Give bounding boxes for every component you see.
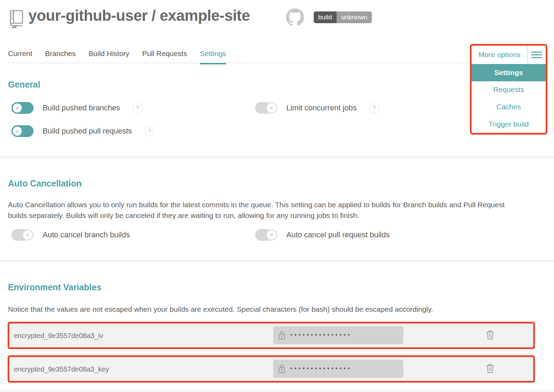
toggle-label: Auto cancel pull request builds <box>286 230 390 239</box>
help-icon[interactable]: ? <box>133 103 143 113</box>
auto-cancellation-description: Auto Cancellation allows you to only run… <box>8 199 510 221</box>
help-icon[interactable]: ? <box>369 103 379 113</box>
repository-book-icon <box>8 10 24 30</box>
masked-value: ••••••••••••••• <box>290 332 351 338</box>
env-var-row-iv: encrypted_9e3557de08a3_iv ••••••••••••••… <box>8 322 535 349</box>
lock-icon <box>278 364 286 374</box>
lock-icon <box>278 330 286 340</box>
badge-build-label: build <box>314 11 337 23</box>
build-pushed-pull-requests-toggle[interactable]: ✓ <box>11 125 34 137</box>
delete-env-var-button[interactable] <box>486 364 494 375</box>
limit-concurrent-jobs-row: ✕ Limit concurrent jobs ? <box>255 102 379 114</box>
auto-cancel-pull-request-builds-row: ✕ Auto cancel pull request builds <box>255 229 390 241</box>
tab-pull-requests[interactable]: Pull Requests <box>142 49 187 64</box>
env-var-name: encrypted_9e3557de08a3_key <box>14 365 109 373</box>
trash-icon <box>486 330 494 340</box>
auto-cancel-branch-builds-row: ✕ Auto cancel branch builds <box>11 229 130 241</box>
env-var-value-field[interactable]: ••••••••••••••• <box>273 326 403 344</box>
section-divider <box>0 156 554 158</box>
environment-variables-notice: Notice that the values are not escaped w… <box>8 304 527 314</box>
auto-cancel-pull-request-builds-toggle[interactable]: ✕ <box>255 229 277 241</box>
tab-settings[interactable]: Settings <box>200 49 226 64</box>
tab-branches[interactable]: Branches <box>45 49 76 64</box>
toggle-label: Build pushed branches <box>43 103 120 112</box>
menu-item-trigger-build[interactable]: Trigger build <box>472 116 546 133</box>
toggle-label: Auto cancel branch builds <box>43 230 130 239</box>
toggle-label: Limit concurrent jobs <box>286 103 357 112</box>
tab-current[interactable]: Current <box>8 49 32 64</box>
more-options-label[interactable]: More options <box>472 51 527 59</box>
menu-item-caches[interactable]: Caches <box>472 98 546 116</box>
hamburger-menu-icon[interactable] <box>528 52 546 58</box>
toggle-cross-icon: ✕ <box>266 230 277 240</box>
toggle-check-icon: ✓ <box>12 103 23 113</box>
auto-cancel-branch-builds-toggle[interactable]: ✕ <box>11 229 34 241</box>
toggle-cross-icon: ✕ <box>23 230 33 240</box>
next-row-edge <box>0 389 554 392</box>
general-heading: General <box>8 80 40 90</box>
menu-item-requests[interactable]: Requests <box>472 81 546 99</box>
repo-tabs: Current Branches Build History Pull Requ… <box>8 49 226 64</box>
delete-env-var-button[interactable] <box>486 330 494 341</box>
toggle-cross-icon: ✕ <box>266 103 277 113</box>
limit-concurrent-jobs-toggle[interactable]: ✕ <box>255 102 277 114</box>
tab-build-history[interactable]: Build History <box>89 49 129 64</box>
menu-item-settings[interactable]: Settings <box>472 64 546 81</box>
build-pushed-branches-row: ✓ Build pushed branches ? <box>11 102 143 114</box>
env-var-row-key: encrypted_9e3557de08a3_key •••••••••••••… <box>8 355 535 383</box>
build-pushed-branches-toggle[interactable]: ✓ <box>11 102 34 114</box>
help-icon[interactable]: ? <box>144 126 154 136</box>
masked-value: ••••••••••••••• <box>290 366 351 372</box>
section-divider <box>0 260 554 262</box>
auto-cancellation-heading: Auto Cancellation <box>8 179 82 189</box>
environment-variables-heading: Environment Variables <box>8 282 101 292</box>
build-pushed-pull-requests-row: ✓ Build pushed pull requests ? <box>11 125 154 137</box>
page-title: your-github-user / example-site <box>28 7 250 24</box>
env-var-name: encrypted_9e3557de08a3_iv <box>14 331 103 339</box>
env-var-value-field[interactable]: ••••••••••••••• <box>273 360 403 378</box>
more-options-annotated-panel: More options Settings Requests Caches Tr… <box>470 44 547 135</box>
build-status-badge: build unknown <box>314 11 372 23</box>
toggle-label: Build pushed pull requests <box>43 127 132 136</box>
toggle-check-icon: ✓ <box>12 126 23 136</box>
badge-status-value: unknown <box>337 11 372 23</box>
trash-icon <box>486 364 494 374</box>
github-icon[interactable] <box>286 8 304 28</box>
more-options-button[interactable]: More options <box>472 46 546 64</box>
